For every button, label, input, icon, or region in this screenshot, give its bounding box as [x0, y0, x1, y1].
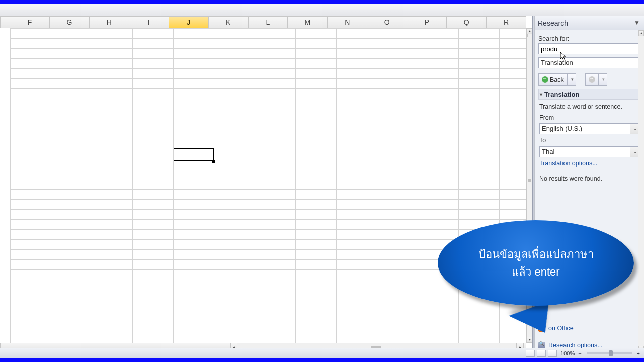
bottom-border	[0, 358, 644, 362]
page-layout-view-icon[interactable]	[537, 350, 546, 357]
forward-button[interactable]	[585, 73, 599, 86]
to-language-select[interactable]: Thai	[539, 146, 630, 157]
top-border	[0, 0, 644, 4]
select-all-corner[interactable]	[0, 16, 10, 28]
back-icon	[542, 76, 548, 83]
column-header-K[interactable]: K	[209, 17, 249, 28]
collapse-icon: ▾	[540, 92, 542, 97]
column-header-N[interactable]: N	[328, 17, 367, 28]
translation-section-header[interactable]: ▾Translation	[538, 89, 640, 100]
from-label: From	[539, 114, 639, 123]
status-bar: 100% − +	[0, 348, 644, 358]
callout-text-1: ป้อนข้อมูลเพื่อแปลภาษา	[478, 245, 594, 263]
scroll-down-icon[interactable]: ▾	[527, 337, 532, 343]
forward-history-dropdown[interactable]: ▾	[599, 73, 607, 86]
column-header-Q[interactable]: Q	[447, 17, 487, 28]
no-results-text: No results were found.	[539, 175, 639, 184]
scroll-up-icon[interactable]: ▴	[638, 30, 644, 36]
zoom-level[interactable]: 100%	[559, 350, 576, 356]
ribbon-collapsed	[0, 4, 644, 16]
column-header-H[interactable]: H	[90, 17, 129, 28]
column-header-L[interactable]: L	[249, 17, 288, 28]
column-header-G[interactable]: G	[50, 17, 90, 28]
search-input[interactable]	[538, 43, 640, 54]
column-headers[interactable]: FGHIJKLMNOPQR	[10, 16, 526, 28]
from-language-select[interactable]: English (U.S.)	[539, 123, 630, 134]
back-button[interactable]: Back	[538, 73, 568, 86]
task-pane-title: Research	[538, 19, 633, 27]
column-header-F[interactable]: F	[10, 17, 50, 28]
column-header-R[interactable]: R	[487, 17, 526, 28]
task-pane-scrollbar[interactable]: ▴ ▾	[638, 30, 644, 352]
column-header-O[interactable]: O	[367, 17, 407, 28]
task-pane-header: Research ▼	[535, 16, 644, 30]
back-history-dropdown[interactable]: ▾	[568, 73, 576, 86]
column-header-I[interactable]: I	[129, 17, 169, 28]
zoom-slider[interactable]	[587, 352, 632, 354]
column-header-M[interactable]: M	[288, 17, 328, 28]
column-header-J[interactable]: J	[169, 17, 209, 28]
page-break-view-icon[interactable]	[548, 350, 557, 357]
instruction-callout: ป้อนข้อมูลเพื่อแปลภาษา แล้ว enter	[438, 220, 634, 321]
office-marketplace-link[interactable]: on Office	[538, 325, 640, 332]
service-select[interactable]: Translation	[538, 57, 640, 68]
normal-view-icon[interactable]	[526, 350, 535, 357]
to-label: To	[539, 136, 639, 145]
translation-options-link[interactable]: Translation options...	[539, 159, 598, 168]
forward-icon	[589, 76, 595, 83]
scroll-up-icon[interactable]: ▴	[527, 28, 532, 34]
callout-text-2: แล้ว enter	[512, 263, 559, 281]
task-pane-menu-icon[interactable]: ▼	[633, 19, 641, 27]
translation-help-text: Translate a word or sentence.	[539, 103, 639, 112]
zoom-in-icon[interactable]: +	[637, 350, 640, 356]
zoom-out-icon[interactable]: −	[578, 350, 581, 356]
selected-cell[interactable]	[173, 148, 214, 161]
column-header-P[interactable]: P	[407, 17, 447, 28]
search-for-label: Search for:	[538, 35, 640, 42]
